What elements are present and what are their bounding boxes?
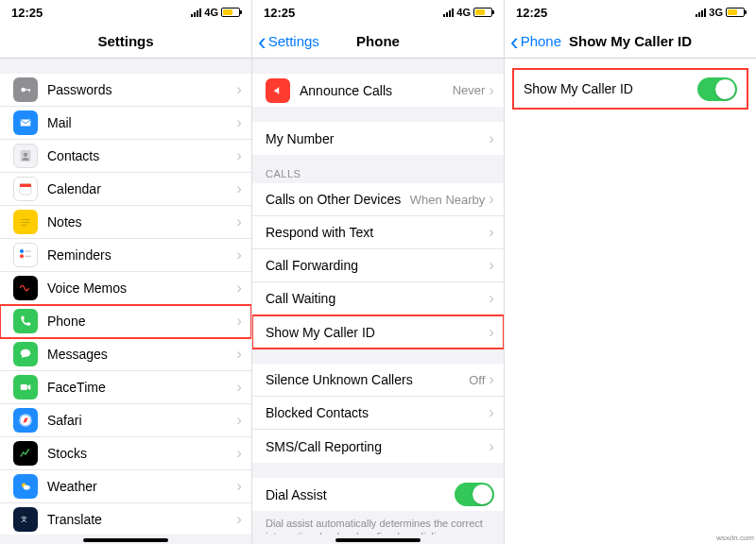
phone-settings-list[interactable]: Announce Calls Never › My Number › CALLS… <box>252 59 504 535</box>
settings-list[interactable]: Passwords›Mail›Contacts›Calendar›Notes›R… <box>0 59 251 535</box>
status-time: 12:25 <box>516 6 547 20</box>
row-label: Messages <box>47 347 236 362</box>
safari-icon <box>13 408 38 433</box>
notes-icon <box>13 210 38 234</box>
status-bar: 12:25 4G <box>0 0 251 25</box>
row-label: Contacts <box>47 148 236 163</box>
row-label: Announce Calls <box>300 83 453 98</box>
status-bar: 12:25 4G <box>252 0 504 25</box>
svg-rect-10 <box>21 222 29 223</box>
settings-row-mail[interactable]: Mail› <box>0 107 251 140</box>
signal-icon <box>696 8 706 17</box>
announce-icon <box>266 78 290 103</box>
screen-caller-id: 12:25 3G Phone Show My Caller ID Show My… <box>505 0 756 544</box>
home-indicator[interactable] <box>335 538 421 542</box>
settings-row-translate[interactable]: 文Translate› <box>0 503 251 535</box>
home-indicator[interactable] <box>83 538 168 542</box>
settings-row-phone[interactable]: Phone› <box>0 305 251 338</box>
row-label: FaceTime <box>47 380 236 395</box>
network-label: 4G <box>456 7 471 18</box>
caller-id-toggle[interactable] <box>697 77 737 101</box>
messages-icon <box>13 342 38 366</box>
row-silence-unknown[interactable]: Silence Unknown Callers Off › <box>252 364 504 397</box>
row-call-waiting[interactable]: Call Waiting › <box>252 282 504 315</box>
row-label: Weather <box>47 479 236 494</box>
settings-row-voice-memos[interactable]: Voice Memos› <box>0 272 251 305</box>
voicememos-icon <box>13 276 38 300</box>
settings-row-stocks[interactable]: Stocks› <box>0 437 251 470</box>
key-icon <box>13 77 38 102</box>
row-label: Dial Assist <box>266 487 455 502</box>
row-label: Call Forwarding <box>266 258 489 273</box>
svg-point-12 <box>20 249 24 253</box>
row-detail: Never <box>453 83 486 97</box>
row-label: Reminders <box>47 247 236 263</box>
row-label: Silence Unknown Callers <box>266 372 469 387</box>
svg-rect-7 <box>20 184 31 187</box>
facetime-icon <box>13 375 38 400</box>
svg-point-13 <box>20 254 24 258</box>
row-blocked-contacts[interactable]: Blocked Contacts › <box>252 397 504 430</box>
row-dial-assist[interactable]: Dial Assist <box>252 478 504 511</box>
row-label: Voice Memos <box>47 280 236 296</box>
row-announce-calls[interactable]: Announce Calls Never › <box>252 74 504 107</box>
row-calls-other-devices[interactable]: Calls on Other Devices When Nearby › <box>252 183 504 216</box>
watermark: wsxdn.com <box>716 534 754 542</box>
svg-rect-2 <box>29 89 30 92</box>
battery-icon <box>726 8 745 17</box>
row-label: Phone <box>47 314 236 329</box>
mail-icon <box>13 110 38 135</box>
svg-rect-11 <box>21 225 26 226</box>
settings-row-notes[interactable]: Notes› <box>0 206 251 239</box>
settings-row-safari[interactable]: Safari› <box>0 404 251 437</box>
network-label: 3G <box>709 7 723 18</box>
row-call-forwarding[interactable]: Call Forwarding › <box>252 249 504 282</box>
settings-row-passwords[interactable]: Passwords› <box>0 74 251 107</box>
signal-icon <box>191 8 201 17</box>
row-respond-with-text[interactable]: Respond with Text › <box>252 216 504 249</box>
svg-point-5 <box>24 153 27 157</box>
row-sms-call-reporting[interactable]: SMS/Call Reporting › <box>252 430 504 463</box>
row-label: My Number <box>266 131 489 146</box>
svg-point-20 <box>24 485 30 490</box>
screen-settings: 12:25 4G Settings Passwords›Mail›Contact… <box>0 0 252 544</box>
row-label: Stocks <box>47 446 236 461</box>
settings-row-messages[interactable]: Messages› <box>0 338 251 371</box>
row-label: Blocked Contacts <box>266 405 489 420</box>
row-label: Translate <box>47 512 236 527</box>
row-my-number[interactable]: My Number › <box>252 122 504 155</box>
back-button[interactable]: Settings <box>252 33 319 49</box>
row-label: Respond with Text <box>266 225 489 240</box>
row-detail: Off <box>469 373 485 387</box>
row-label: Mail <box>47 115 236 130</box>
row-show-my-caller-id[interactable]: Show My Caller ID <box>514 70 747 108</box>
settings-row-weather[interactable]: Weather› <box>0 470 251 503</box>
row-label: Show My Caller ID <box>524 81 697 96</box>
svg-point-0 <box>21 88 26 93</box>
page-title: Settings <box>0 33 251 49</box>
settings-row-reminders[interactable]: Reminders› <box>0 239 251 272</box>
settings-row-calendar[interactable]: Calendar› <box>0 173 251 206</box>
settings-row-facetime[interactable]: FaceTime› <box>0 371 251 404</box>
reminders-icon <box>13 243 38 267</box>
back-button[interactable]: Phone <box>505 33 561 49</box>
nav-bar: Settings <box>0 25 251 59</box>
settings-row-contacts[interactable]: Contacts› <box>0 140 251 173</box>
row-show-my-caller-id[interactable]: Show My Caller ID › <box>252 315 504 348</box>
row-label: Passwords <box>47 82 236 97</box>
stocks-icon <box>13 441 38 466</box>
status-time: 12:25 <box>264 6 295 20</box>
battery-icon <box>221 8 240 17</box>
svg-rect-14 <box>25 250 31 251</box>
svg-rect-9 <box>21 219 29 220</box>
network-label: 4G <box>204 7 218 18</box>
caller-id-content: Show My Caller ID <box>505 59 756 544</box>
phone-icon <box>13 309 38 333</box>
weather-icon <box>13 474 38 499</box>
row-label: Calls on Other Devices <box>266 192 410 207</box>
contacts-icon <box>13 144 38 168</box>
signal-icon <box>443 8 454 17</box>
row-label: SMS/Call Reporting <box>266 439 489 454</box>
svg-rect-16 <box>21 384 27 390</box>
dial-assist-toggle[interactable] <box>455 483 494 506</box>
